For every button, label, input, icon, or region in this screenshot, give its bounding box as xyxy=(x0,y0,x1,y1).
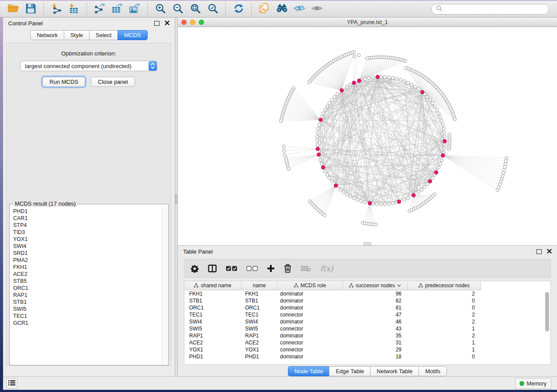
search-input[interactable] xyxy=(445,6,544,13)
network-hub-node[interactable] xyxy=(316,147,319,151)
network-node[interactable] xyxy=(325,173,329,176)
network-node[interactable] xyxy=(431,176,434,179)
mcds-list-scrollbar[interactable] xyxy=(162,205,168,364)
network-node[interactable] xyxy=(443,143,446,146)
network-node[interactable] xyxy=(439,116,442,119)
network-node[interactable] xyxy=(448,133,451,136)
network-node[interactable] xyxy=(352,197,355,200)
network-node[interactable] xyxy=(426,182,429,186)
mcds-result-item[interactable]: STB1 xyxy=(13,299,162,306)
open-session-button[interactable] xyxy=(4,2,22,16)
network-node[interactable] xyxy=(322,112,325,115)
network-node[interactable] xyxy=(316,135,319,138)
network-node[interactable] xyxy=(330,180,333,183)
network-hub-node[interactable] xyxy=(368,202,372,205)
table-row[interactable]: ORC1ORC1dominator610 xyxy=(184,304,550,311)
zoom-selected-button[interactable] xyxy=(204,2,221,16)
network-hub-node[interactable] xyxy=(434,171,438,174)
table-row[interactable]: SWI5SWI5connector431 xyxy=(184,325,550,332)
network-node[interactable] xyxy=(360,199,363,203)
network-node[interactable] xyxy=(371,202,374,205)
mcds-result-item[interactable]: PMA2 xyxy=(13,257,162,264)
mcds-result-item[interactable]: SWI5 xyxy=(13,306,162,313)
mcds-result-item[interactable]: TID3 xyxy=(13,229,162,236)
network-node[interactable] xyxy=(367,76,370,79)
network-node[interactable] xyxy=(366,57,369,60)
network-node[interactable] xyxy=(333,96,336,99)
table-row[interactable]: RAP1RAP1dominator352 xyxy=(184,332,550,339)
mcds-result-item[interactable]: STB5 xyxy=(13,278,162,285)
show-columns-button[interactable] xyxy=(208,265,217,272)
network-node[interactable] xyxy=(308,81,311,84)
delete-column-button[interactable] xyxy=(284,264,291,273)
network-node[interactable] xyxy=(391,202,394,205)
new-network-from-selection-button[interactable] xyxy=(256,2,273,16)
network-node[interactable] xyxy=(503,165,506,168)
close-table-panel-icon-button[interactable] xyxy=(547,248,552,255)
float-panel-button[interactable] xyxy=(154,21,159,26)
mcds-result-item[interactable]: CAR1 xyxy=(13,215,162,222)
network-node[interactable] xyxy=(443,131,446,134)
network-node[interactable] xyxy=(395,77,398,80)
network-node[interactable] xyxy=(407,197,410,200)
zoom-out-button[interactable] xyxy=(169,2,187,16)
table-row[interactable]: TEC1TEC1connector472 xyxy=(184,311,550,318)
network-node[interactable] xyxy=(442,127,445,130)
network-node[interactable] xyxy=(417,191,420,194)
network-node[interactable] xyxy=(387,202,391,205)
table-row[interactable]: SWI4SWI4dominator462 xyxy=(184,318,550,325)
network-node[interactable] xyxy=(316,131,319,134)
tab-edge-table[interactable]: Edge Table xyxy=(329,366,370,376)
table-scrollbar[interactable] xyxy=(545,292,549,331)
network-node[interactable] xyxy=(315,139,318,142)
column-header-predecessor-nodes[interactable]: predecessor nodes xyxy=(408,281,481,290)
network-node[interactable] xyxy=(357,54,360,57)
close-panel-button[interactable]: Close panel xyxy=(91,77,135,87)
float-table-panel-button[interactable] xyxy=(536,249,542,254)
network-node[interactable] xyxy=(433,105,436,108)
network-node[interactable] xyxy=(349,195,352,198)
run-mcds-button[interactable]: Run MCDS xyxy=(42,77,85,87)
search-box[interactable] xyxy=(431,4,549,14)
network-node[interactable] xyxy=(502,172,505,175)
network-node[interactable] xyxy=(423,186,426,189)
network-hub-node[interactable] xyxy=(352,81,356,85)
network-hub-node[interactable] xyxy=(412,193,415,197)
memory-button[interactable]: Memory xyxy=(515,378,551,389)
import-network-button[interactable] xyxy=(48,2,65,16)
network-node[interactable] xyxy=(287,167,290,170)
zoom-in-button[interactable] xyxy=(152,2,169,16)
network-canvas[interactable] xyxy=(178,27,557,244)
network-node[interactable] xyxy=(439,162,442,165)
network-node[interactable] xyxy=(407,81,410,84)
network-node[interactable] xyxy=(433,193,436,196)
mcds-result-item[interactable]: ACE2 xyxy=(13,271,162,278)
network-node[interactable] xyxy=(323,213,326,217)
import-table-button[interactable] xyxy=(65,2,83,16)
mcds-result-item[interactable]: SWI4 xyxy=(13,243,162,250)
network-hub-node[interactable] xyxy=(443,139,446,143)
network-hub-node[interactable] xyxy=(357,79,361,83)
network-node[interactable] xyxy=(435,108,438,111)
mcds-result-item[interactable]: STP4 xyxy=(13,222,162,229)
network-node[interactable] xyxy=(353,55,356,58)
network-node[interactable] xyxy=(280,120,283,123)
network-node[interactable] xyxy=(374,223,377,226)
network-node[interactable] xyxy=(417,87,420,90)
vertical-splitter[interactable] xyxy=(175,17,178,376)
network-node[interactable] xyxy=(379,203,382,206)
network-hub-node[interactable] xyxy=(317,153,321,156)
network-node[interactable] xyxy=(283,149,286,152)
deselect-all-button[interactable] xyxy=(246,266,258,271)
mcds-result-item[interactable]: YOX1 xyxy=(13,236,162,243)
network-node[interactable] xyxy=(500,177,503,180)
network-node[interactable] xyxy=(399,79,402,82)
network-node[interactable] xyxy=(342,191,345,194)
network-node[interactable] xyxy=(431,102,434,105)
network-node[interactable] xyxy=(330,98,333,101)
refresh-view-button[interactable] xyxy=(230,2,247,16)
network-node[interactable] xyxy=(414,85,417,88)
network-node[interactable] xyxy=(429,98,432,101)
network-node[interactable] xyxy=(379,75,382,78)
network-node[interactable] xyxy=(441,123,444,126)
